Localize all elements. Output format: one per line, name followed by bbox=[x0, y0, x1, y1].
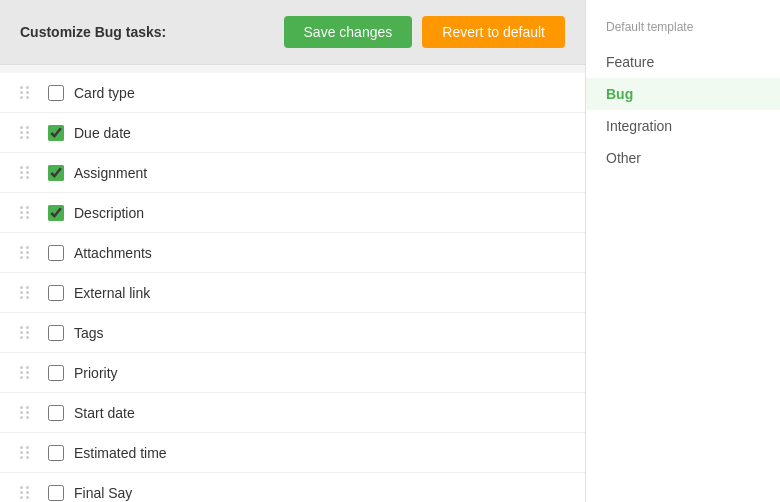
checkbox-due-date[interactable] bbox=[48, 125, 64, 141]
sidebar-section-title: Default template bbox=[586, 16, 780, 46]
checkbox-start-date[interactable] bbox=[48, 405, 64, 421]
drag-handle-icon[interactable] bbox=[20, 166, 40, 179]
task-label-external-link: External link bbox=[74, 285, 150, 301]
header-prefix: Customize bbox=[20, 24, 95, 40]
sidebar-item-other[interactable]: Other bbox=[586, 142, 780, 174]
task-row: Final Say bbox=[0, 473, 585, 502]
task-row: Start date bbox=[0, 393, 585, 433]
save-button[interactable]: Save changes bbox=[284, 16, 413, 48]
sidebar-items: FeatureBugIntegrationOther bbox=[586, 46, 780, 174]
checkbox-final-say[interactable] bbox=[48, 485, 64, 501]
header-buttons: Save changes Revert to default bbox=[284, 16, 565, 48]
drag-handle-icon[interactable] bbox=[20, 286, 40, 299]
task-label-start-date: Start date bbox=[74, 405, 135, 421]
drag-handle-icon[interactable] bbox=[20, 206, 40, 219]
task-row: Description bbox=[0, 193, 585, 233]
checkbox-priority[interactable] bbox=[48, 365, 64, 381]
checkbox-card-type[interactable] bbox=[48, 85, 64, 101]
drag-handle-icon[interactable] bbox=[20, 326, 40, 339]
drag-handle-icon[interactable] bbox=[20, 486, 40, 499]
drag-handle-icon[interactable] bbox=[20, 366, 40, 379]
task-row: Estimated time bbox=[0, 433, 585, 473]
task-label-priority: Priority bbox=[74, 365, 118, 381]
sidebar-item-bug[interactable]: Bug bbox=[586, 78, 780, 110]
task-row: Tags bbox=[0, 313, 585, 353]
drag-handle-icon[interactable] bbox=[20, 406, 40, 419]
main-panel: Customize Bug tasks: Save changes Revert… bbox=[0, 0, 585, 502]
task-label-card-type: Card type bbox=[74, 85, 135, 101]
drag-handle-icon[interactable] bbox=[20, 126, 40, 139]
task-label-description: Description bbox=[74, 205, 144, 221]
header: Customize Bug tasks: Save changes Revert… bbox=[0, 0, 585, 65]
task-label-estimated-time: Estimated time bbox=[74, 445, 167, 461]
task-label-assignment: Assignment bbox=[74, 165, 147, 181]
sidebar: Default template FeatureBugIntegrationOt… bbox=[585, 0, 780, 502]
task-label-due-date: Due date bbox=[74, 125, 131, 141]
task-row: Due date bbox=[0, 113, 585, 153]
task-row: Attachments bbox=[0, 233, 585, 273]
checkbox-external-link[interactable] bbox=[48, 285, 64, 301]
task-label-attachments: Attachments bbox=[74, 245, 152, 261]
drag-handle-icon[interactable] bbox=[20, 86, 40, 99]
task-row: Card type bbox=[0, 73, 585, 113]
revert-button[interactable]: Revert to default bbox=[422, 16, 565, 48]
task-list: Card type Due date Assignment Descriptio… bbox=[0, 65, 585, 502]
task-row: External link bbox=[0, 273, 585, 313]
task-label-tags: Tags bbox=[74, 325, 104, 341]
task-row: Assignment bbox=[0, 153, 585, 193]
checkbox-assignment[interactable] bbox=[48, 165, 64, 181]
checkbox-attachments[interactable] bbox=[48, 245, 64, 261]
header-title: Customize Bug tasks: bbox=[20, 24, 166, 40]
drag-handle-icon[interactable] bbox=[20, 446, 40, 459]
drag-handle-icon[interactable] bbox=[20, 246, 40, 259]
checkbox-tags[interactable] bbox=[48, 325, 64, 341]
header-suffix: tasks: bbox=[122, 24, 166, 40]
checkbox-description[interactable] bbox=[48, 205, 64, 221]
header-highlight: Bug bbox=[95, 24, 122, 40]
sidebar-item-feature[interactable]: Feature bbox=[586, 46, 780, 78]
task-label-final-say: Final Say bbox=[74, 485, 132, 501]
sidebar-item-integration[interactable]: Integration bbox=[586, 110, 780, 142]
checkbox-estimated-time[interactable] bbox=[48, 445, 64, 461]
task-row: Priority bbox=[0, 353, 585, 393]
